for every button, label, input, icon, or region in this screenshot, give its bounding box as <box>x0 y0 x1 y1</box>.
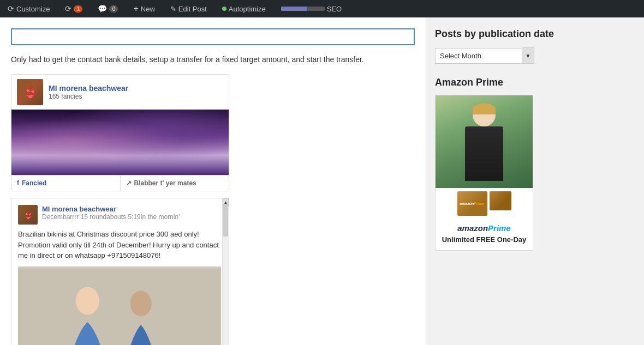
customize-label: Customize <box>16 5 50 13</box>
admin-bar: ⟳ Customize ⟳ 1 💬 0 + New ✎ Edit Post Au… <box>0 0 644 17</box>
feed-image-svg <box>18 267 221 346</box>
amazon-boxes-area: amazonPrime <box>436 188 533 219</box>
person-hair <box>473 104 496 114</box>
feed-box-layout: 👙 MI morena beachwear Decembarrrr 15 rou… <box>11 198 229 345</box>
admin-bar-autoptimize[interactable]: Autoptimize <box>219 0 269 17</box>
fb-card-image <box>11 110 229 175</box>
fb-card-name: MI morena beachwear <box>49 84 128 93</box>
sidebar: Posts by publication date Select Month J… <box>426 17 644 345</box>
fb-fancied-label: Fancied <box>22 179 46 187</box>
amazon-box-main: amazonPrime <box>457 191 487 216</box>
amazon-boxes: amazonPrime <box>457 191 511 216</box>
amazon-ad[interactable]: amazonPrime amazonPrime Unlimited FREE O… <box>435 95 533 251</box>
top-bar <box>11 28 415 45</box>
autoptimize-dot-icon <box>222 7 226 11</box>
updates-icon: ⟳ <box>65 4 71 13</box>
updates-badge: 1 <box>74 5 82 13</box>
select-arrow-button[interactable]: ▼ <box>522 47 534 64</box>
admin-bar-customize[interactable]: ⟳ Customize <box>4 0 53 17</box>
seo-progress-fill <box>281 7 307 11</box>
fb-card-info: MI morena beachwear 165 fancies <box>49 84 128 100</box>
amazon-bottom: amazonPrime Unlimited FREE One-Day <box>436 219 533 250</box>
fb-card-header: 👙 MI morena beachwear 165 fancies <box>11 75 229 110</box>
comments-badge: 0 <box>109 5 118 13</box>
svg-rect-0 <box>18 269 221 345</box>
blabber-icon: ↗ <box>126 179 132 187</box>
select-month-dropdown[interactable]: Select Month January February March <box>435 48 522 64</box>
amazon-logo-on-box: amazonPrime <box>460 202 485 205</box>
fb-card-bottom: f Fancied ↗ Blabber t' yer mates <box>11 175 229 191</box>
person-body <box>465 126 503 181</box>
fb-blabber-label: Blabber t' yer mates <box>134 179 196 187</box>
amazon-tagline: Unlimited FREE One-Day <box>441 235 527 245</box>
feed-name: MI morena beachwear <box>42 205 180 213</box>
feed-avatar: 👙 <box>18 205 38 225</box>
edit-icon: ✎ <box>170 5 176 13</box>
seo-progress-bar <box>281 7 325 11</box>
customize-icon: ⟳ <box>8 4 14 13</box>
feed-image <box>18 267 221 346</box>
feed-box: 👙 MI morena beachwear Decembarrrr 15 rou… <box>11 198 229 345</box>
feed-scrollbar[interactable]: ▲ ▼ <box>222 198 229 345</box>
publication-title: Posts by publication date <box>435 28 635 40</box>
amazon-box-small <box>490 191 511 210</box>
feed-meta: MI morena beachwear Decembarrrr 15 round… <box>42 205 180 221</box>
svg-point-1 <box>76 287 99 314</box>
admin-bar-new[interactable]: + New <box>130 0 158 17</box>
select-month-wrapper: Select Month January February March ▼ <box>435 47 635 64</box>
fb-blabber-button[interactable]: ↗ Blabber t' yer mates <box>121 175 229 191</box>
person-silhouette <box>457 104 511 188</box>
person-head <box>473 104 496 126</box>
amazon-ad-image <box>436 95 533 188</box>
feed-time: Decembarrrr 15 roundabouts 5:19in the mo… <box>42 213 180 221</box>
main-content: Only had to get the contact bank details… <box>0 17 426 345</box>
admin-bar-edit-post[interactable]: ✎ Edit Post <box>167 0 210 17</box>
feed-body-text: Brazilian bikinis at Christmas discount … <box>18 229 221 261</box>
new-label: New <box>141 5 155 13</box>
new-icon: + <box>133 4 138 14</box>
autoptimize-label: Autoptimize <box>229 5 266 13</box>
fb-card-fancies: 165 fancies <box>49 93 128 100</box>
svg-point-2 <box>130 290 152 316</box>
fb-card: 👙 MI morena beachwear 165 fancies f Fanc… <box>11 74 229 191</box>
amazon-title: Amazon Prime <box>435 77 635 88</box>
fb-fancied-button[interactable]: f Fancied <box>11 175 121 191</box>
scroll-thumb[interactable] <box>223 204 228 237</box>
url-input[interactable] <box>11 28 415 45</box>
admin-bar-comments[interactable]: 💬 0 <box>94 0 121 17</box>
amazon-logo-text: amazon <box>457 223 488 233</box>
fb-card-avatar: 👙 <box>17 79 43 105</box>
edit-post-label: Edit Post <box>178 5 207 13</box>
admin-bar-updates[interactable]: ⟳ 1 <box>62 0 86 17</box>
prime-text: Prime <box>488 223 511 233</box>
fb-card-image-inner <box>11 110 229 175</box>
article-text: Only had to get the contact bank details… <box>11 54 415 65</box>
amazon-prime-logo: amazonPrime <box>441 223 527 233</box>
fb-icon: f <box>17 179 19 187</box>
admin-bar-seo[interactable]: SEO <box>278 0 345 17</box>
seo-label: SEO <box>327 5 342 13</box>
comments-icon: 💬 <box>98 4 107 13</box>
feed-box-inner[interactable]: 👙 MI morena beachwear Decembarrrr 15 rou… <box>11 198 229 345</box>
page-wrapper: Only had to get the contact bank details… <box>0 17 644 345</box>
feed-header: 👙 MI morena beachwear Decembarrrr 15 rou… <box>18 205 221 225</box>
feed-image-figures <box>18 267 221 346</box>
